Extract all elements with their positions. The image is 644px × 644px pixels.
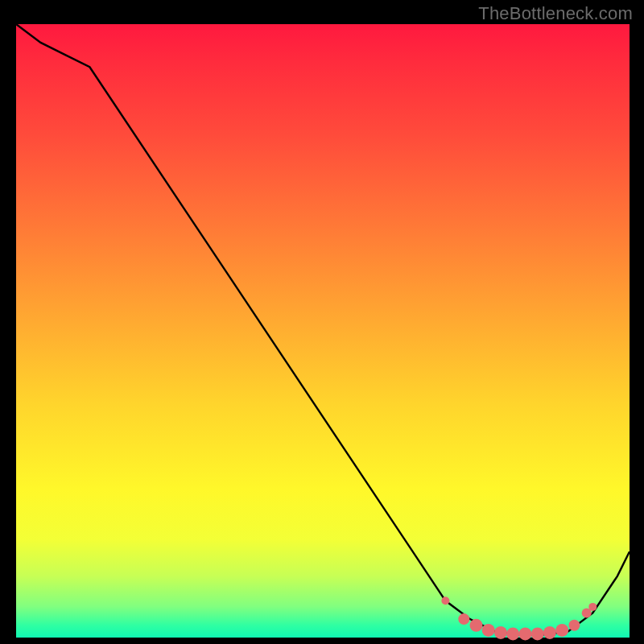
marker-dot: [482, 624, 495, 637]
marker-group: [441, 597, 597, 640]
chart-frame: TheBottleneck.com: [0, 0, 644, 644]
curve-line: [16, 24, 630, 634]
marker-dot: [441, 597, 449, 605]
marker-dot: [543, 626, 556, 639]
marker-dot: [506, 627, 519, 640]
marker-dot: [531, 627, 544, 640]
marker-dot: [555, 624, 568, 637]
marker-dot: [470, 619, 483, 632]
marker-dot: [568, 620, 580, 631]
marker-dot: [494, 626, 507, 639]
marker-dot: [458, 613, 469, 625]
marker-dot: [519, 627, 532, 640]
attribution-text: TheBottleneck.com: [478, 3, 633, 24]
marker-dot: [588, 603, 597, 611]
chart-svg: [16, 24, 630, 638]
plot-area: [16, 24, 630, 638]
